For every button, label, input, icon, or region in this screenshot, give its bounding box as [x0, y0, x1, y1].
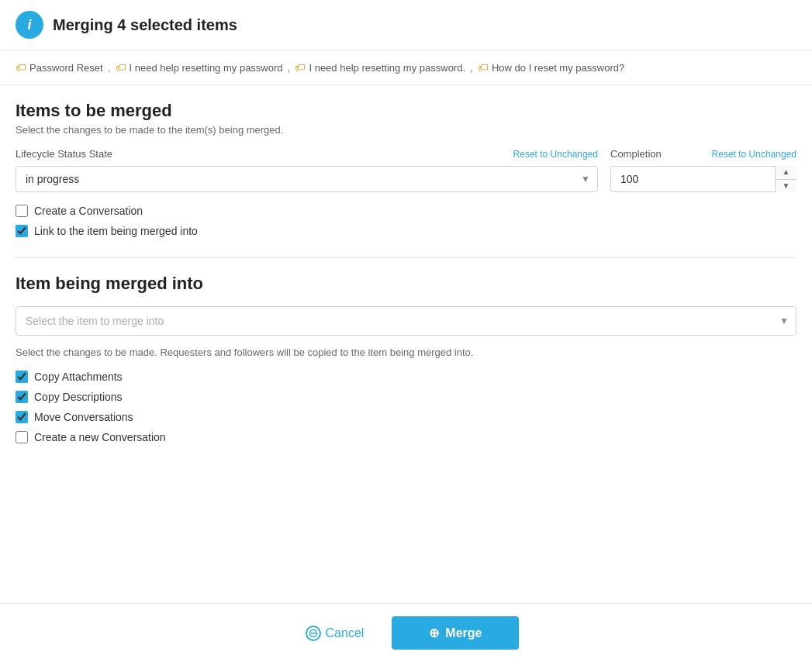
header: i Merging 4 selected items — [0, 0, 812, 50]
lifecycle-label: Lifecycle Status State — [16, 148, 112, 160]
copy-descriptions-label[interactable]: Copy Descriptions — [34, 391, 123, 403]
item-merged-into-title: Item being merged into — [16, 274, 796, 294]
create-new-conversation-label[interactable]: Create a new Conversation — [34, 431, 166, 443]
tag-label-4: How do I reset my password? — [492, 62, 624, 74]
item-merged-into-section: Item being merged into Select the item t… — [0, 258, 812, 464]
completion-reset-link[interactable]: Reset to Unchanged — [712, 149, 796, 160]
tag-sep-2: , — [288, 61, 291, 74]
completion-field-group: Completion Reset to Unchanged ▲ ▼ — [610, 148, 796, 192]
spinner-up-button[interactable]: ▲ — [776, 166, 796, 180]
spinner-down-button[interactable]: ▼ — [776, 180, 796, 193]
copy-descriptions-checkbox[interactable] — [16, 391, 28, 403]
tag-item-1: 🏷 Password Reset — [16, 61, 103, 74]
completion-field-header: Completion Reset to Unchanged — [610, 148, 796, 160]
create-conversation-label[interactable]: Create a Conversation — [34, 205, 143, 217]
merge-dialog: i Merging 4 selected items 🏷 Password Re… — [0, 0, 812, 662]
merge-icon: ⊕ — [429, 626, 439, 640]
items-to-merge-title: Items to be merged — [16, 101, 796, 121]
completion-input-wrapper: ▲ ▼ — [610, 166, 796, 192]
create-conversation-row: Create a Conversation — [16, 205, 796, 217]
lifecycle-reset-link[interactable]: Reset to Unchanged — [513, 149, 598, 160]
move-conversations-row: Move Conversations — [16, 411, 796, 423]
tag-sep-1: , — [108, 61, 111, 74]
items-to-merge-section: Items to be merged Select the changes to… — [0, 85, 812, 257]
create-new-conversation-row: Create a new Conversation — [16, 431, 796, 443]
cancel-button[interactable]: Cancel — [293, 619, 377, 647]
page-title: Merging 4 selected items — [53, 16, 237, 34]
create-conversation-checkbox[interactable] — [16, 205, 28, 217]
copy-attachments-checkbox[interactable] — [16, 371, 28, 383]
copy-attachments-row: Copy Attachments — [16, 371, 796, 383]
lifecycle-field-group: Lifecycle Status State Reset to Unchange… — [16, 148, 598, 192]
link-to-item-checkbox[interactable] — [16, 225, 28, 237]
tag-label-1: Password Reset — [29, 62, 103, 74]
info-icon: i — [16, 11, 43, 39]
tag-label-2: I need help resetting my password — [130, 62, 283, 74]
move-conversations-checkbox[interactable] — [16, 411, 28, 423]
cancel-icon — [306, 626, 321, 641]
tag-item-3: 🏷 I need help resetting my password. — [295, 61, 465, 74]
tag-item-2: 🏷 I need help resetting my password — [116, 61, 283, 74]
items-to-merge-subtitle: Select the changes to be made to the ite… — [16, 124, 796, 136]
merge-into-select[interactable]: Select the item to merge into — [16, 306, 796, 336]
lifecycle-select[interactable]: in progress — [16, 166, 598, 192]
merge-button[interactable]: ⊕ Merge — [392, 616, 519, 650]
lifecycle-field-header: Lifecycle Status State Reset to Unchange… — [16, 148, 598, 160]
tag-label-3: I need help resetting my password. — [309, 62, 465, 74]
lifecycle-select-wrapper: in progress ▼ — [16, 166, 598, 192]
tag-icon-2: 🏷 — [116, 61, 126, 74]
tag-icon-4: 🏷 — [478, 61, 489, 74]
link-to-item-label[interactable]: Link to the item being merged into — [34, 225, 198, 237]
no-entry-icon — [309, 629, 317, 637]
link-to-item-row: Link to the item being merged into — [16, 225, 796, 237]
completion-spinners: ▲ ▼ — [775, 166, 796, 192]
merge-helper-text: Select the changes to be made. Requester… — [16, 347, 796, 358]
cancel-label: Cancel — [326, 626, 365, 640]
merge-select-wrapper: Select the item to merge into ▼ — [16, 306, 796, 336]
copy-attachments-label[interactable]: Copy Attachments — [34, 371, 123, 383]
merge-label: Merge — [445, 626, 482, 640]
tag-sep-3: , — [470, 61, 473, 74]
completion-label: Completion — [610, 148, 662, 160]
tags-row: 🏷 Password Reset , 🏷 I need help resetti… — [0, 50, 812, 85]
fields-row: Lifecycle Status State Reset to Unchange… — [16, 148, 796, 192]
tag-icon-3: 🏷 — [295, 61, 306, 74]
completion-input[interactable] — [610, 166, 796, 192]
move-conversations-label[interactable]: Move Conversations — [34, 411, 133, 423]
tag-icon-1: 🏷 — [16, 61, 26, 74]
create-new-conversation-checkbox[interactable] — [16, 431, 28, 443]
footer: Cancel ⊕ Merge — [0, 603, 812, 662]
copy-descriptions-row: Copy Descriptions — [16, 391, 796, 403]
tag-item-4: 🏷 How do I reset my password? — [478, 61, 624, 74]
